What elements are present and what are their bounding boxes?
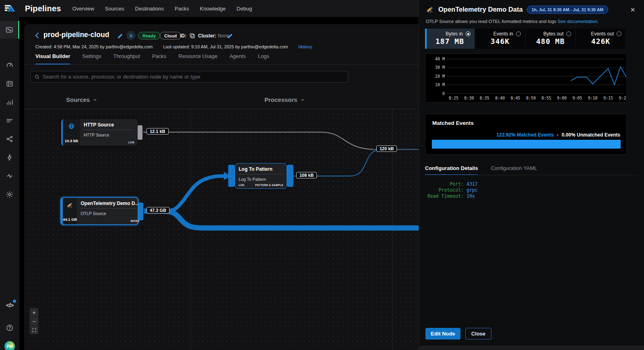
processors-column-header[interactable]: Processors [264, 96, 305, 103]
pipeline-builder-icon [5, 26, 13, 34]
config-row-protocol: Protocol:grpc [425, 187, 478, 193]
metric-label: Events out [591, 31, 614, 37]
help-icon [6, 324, 14, 332]
sidebar-item-dashboards[interactable] [0, 56, 19, 74]
config-tab-configuration-details[interactable]: Configuration Details [425, 165, 478, 175]
edge-label[interactable]: 108 kB [296, 172, 317, 178]
tab-visual-builder[interactable]: Visual Builder [35, 53, 70, 64]
radio-icon[interactable] [466, 31, 471, 36]
node-title: HTTP Source [84, 122, 134, 128]
node-title: Log To Pattern [239, 166, 283, 172]
sidebar-item-monitors[interactable] [0, 167, 19, 185]
node-log-to-pattern[interactable]: Log To Pattern Log To Pattern LOG PATTER… [235, 163, 287, 189]
close-icon[interactable]: × [630, 6, 635, 14]
config-tab-configuration-yaml[interactable]: Configuration YAML [491, 165, 537, 175]
output-handle[interactable] [138, 203, 143, 220]
edit-cluster-icon[interactable] [227, 32, 234, 39]
radio-icon[interactable] [516, 31, 521, 36]
metric-label: Bytes out [543, 31, 564, 37]
sidebar-item-pipeline-graph[interactable] [0, 130, 19, 148]
updated-text: Last updated: 9:10 AM, Jul 31, 2025 by p… [163, 44, 288, 49]
edge-label[interactable]: 12.1 kB [147, 128, 169, 135]
close-button[interactable]: Close [465, 328, 491, 340]
node-type-badge: LOG [128, 141, 134, 144]
matched-events-bar [432, 140, 621, 149]
tab-agents[interactable]: Agents [229, 53, 246, 64]
sidebar-item-metrics[interactable] [0, 93, 19, 111]
id-label: ID: [180, 33, 186, 39]
node-opentelemetry-demo[interactable]: 44.1 GB OpenTelemetry Demo D... OTLP Sou… [60, 197, 138, 225]
code-icon: </> [6, 302, 14, 309]
svg-text:9:20: 9:20 [619, 96, 626, 100]
sidebar-item-help[interactable] [0, 319, 19, 337]
zoom-in-button[interactable]: + [30, 308, 38, 317]
svg-text:8:25: 8:25 [449, 96, 458, 100]
node-subtitle: HTTP Source [84, 133, 134, 137]
time-range-badge[interactable]: 1h, Jul, 31 8:30 AM - Jul, 31 9:30 AM [527, 6, 608, 14]
pipeline-tabs: Visual BuilderSettingsThroughputPacksRes… [35, 53, 269, 64]
input-handle[interactable] [228, 165, 235, 187]
share-graph-icon [6, 135, 14, 143]
tab-throughput[interactable]: Throughput [113, 53, 140, 64]
pipeline-name: prod-pipeline-cloud [43, 31, 109, 39]
sidebar-item-events[interactable] [0, 149, 19, 166]
search-input[interactable] [43, 74, 344, 80]
edit-name-icon[interactable] [117, 32, 124, 39]
sidebar-item-api[interactable]: </> [0, 296, 19, 314]
sidebar-item-pipelines[interactable] [0, 21, 19, 39]
metric-card-bytes-in[interactable]: Bytes in187 MB [425, 29, 475, 49]
sidebar-item-logs[interactable] [0, 75, 19, 93]
config-tabs-divider [425, 175, 638, 175]
sources-column-header[interactable]: Sources [66, 96, 97, 103]
metric-value: 346K [475, 37, 525, 46]
edge-label[interactable]: 120 kB [376, 145, 397, 152]
tab-resource-usage[interactable]: Resource Usage [178, 53, 217, 64]
edit-node-button[interactable]: Edit Node [425, 328, 460, 340]
nav-item-destinations[interactable]: Destinations [135, 6, 164, 12]
zoom-out-button[interactable]: − [30, 317, 38, 325]
history-link[interactable]: History [298, 44, 312, 49]
svg-text:8:50: 8:50 [526, 96, 536, 100]
documentation-link[interactable]: See documentation. [557, 19, 599, 24]
sidebar-item-settings[interactable] [0, 186, 19, 203]
svg-text:0: 0 [442, 91, 445, 96]
node-subtitle: OTLP Source [80, 211, 139, 216]
nav-item-debug[interactable]: Debug [237, 6, 252, 12]
telescope-icon [426, 5, 434, 14]
radio-icon[interactable] [617, 31, 621, 36]
unmatched-pct-text: 0.00% Unmatched Events [562, 132, 620, 138]
kubernetes-icon[interactable] [126, 31, 135, 40]
canvas-zoom-controls: + − [30, 308, 38, 334]
fit-view-button[interactable] [30, 326, 38, 334]
svg-text:40 M: 40 M [435, 57, 445, 61]
matched-events-box: Matched Events 122.92% Matched Events - … [425, 114, 627, 155]
nav-item-knowledge[interactable]: Knowledge [200, 6, 225, 12]
sidebar-item-streams[interactable] [0, 112, 19, 129]
config-row-read-timeout: Read Timeout:10s [425, 193, 478, 199]
back-button[interactable] [34, 32, 41, 39]
radio-icon[interactable] [566, 31, 571, 36]
node-title: OpenTelemetry Demo D... [80, 201, 139, 206]
gauge-icon [6, 61, 14, 69]
globe-icon [68, 123, 75, 130]
metric-card-events-out[interactable]: Events out426K [576, 29, 625, 49]
metric-card-events-in[interactable]: Events in346K [475, 29, 525, 49]
nav-item-packs[interactable]: Packs [175, 6, 189, 12]
tab-settings[interactable]: Settings [82, 53, 101, 64]
output-handle[interactable] [138, 125, 142, 140]
svg-text:8:55: 8:55 [541, 96, 551, 100]
user-avatar[interactable]: PM [0, 338, 19, 350]
metric-card-bytes-out[interactable]: Bytes out480 MB [526, 29, 575, 49]
tab-packs[interactable]: Packs [152, 53, 166, 64]
node-search[interactable] [30, 71, 348, 83]
node-http-source[interactable]: 10.3 kB HTTP Source HTTP Source LOG [61, 119, 138, 146]
output-handle[interactable] [287, 165, 293, 187]
copy-id-icon[interactable] [189, 32, 196, 39]
tab-logs[interactable]: Logs [258, 53, 269, 64]
nav-item-overview[interactable]: Overview [72, 6, 94, 12]
nav-item-sources[interactable]: Sources [105, 6, 124, 12]
matched-pct-text: 122.92% Matched Events [497, 132, 554, 138]
search-icon [34, 74, 40, 80]
edge-label[interactable]: 47.3 GB [147, 207, 169, 213]
edgedelta-logo-icon[interactable] [0, 3, 19, 14]
